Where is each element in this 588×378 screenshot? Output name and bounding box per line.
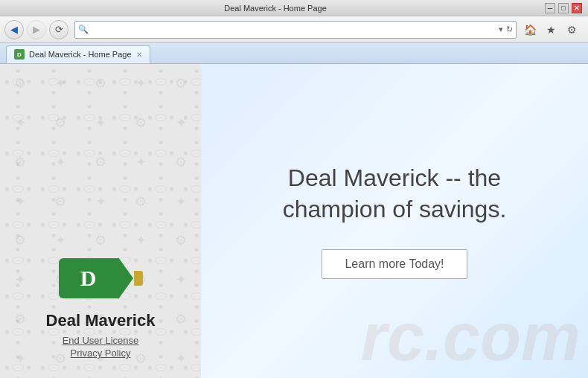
wm-cell: ✦ — [0, 103, 40, 143]
wm-cell: ⚙ — [80, 143, 121, 182]
title-bar-title: Deal Maverick - Home Page — [6, 4, 545, 13]
wm-cell: ⚙ — [80, 221, 121, 260]
wm-cell: ⚙ — [121, 182, 161, 221]
wm-cell: ⚙ — [0, 143, 40, 182]
wm-cell: ⚙ — [161, 221, 201, 260]
nav-right-icons: 🏠 ★ ⚙ — [523, 22, 584, 37]
eula-link[interactable]: End User License — [46, 335, 156, 346]
wm-cell: ⚙ — [121, 103, 161, 143]
main-headline: Deal Maverick -- the champion of savings… — [283, 163, 507, 225]
address-refresh-icon[interactable]: ↻ — [506, 25, 513, 34]
refresh-button[interactable]: ⟳ — [49, 20, 68, 39]
wm-cell: ✦ — [40, 64, 80, 103]
page-content: ⚙ ✦ ⚙ ✦ ⚙ ✦ ⚙ ✦ ⚙ ✦ ⚙ ✦ ⚙ ✦ ⚙ ✦ ⚙ ✦ ⚙ ✦ … — [0, 64, 588, 378]
wm-cell: ✦ — [40, 143, 80, 182]
back-button[interactable]: ◀ — [4, 20, 24, 39]
address-dropdown-icon[interactable]: ▾ — [499, 25, 503, 34]
wm-cell: ⚙ — [40, 103, 80, 143]
close-button[interactable]: ✕ — [572, 3, 582, 13]
wm-cell: ⚙ — [40, 182, 80, 221]
sidebar-bottom: Deal Maverick End User License Privacy P… — [46, 311, 156, 360]
wm-cell: ✦ — [161, 339, 201, 378]
favorites-button[interactable]: ★ — [543, 22, 558, 37]
refresh-icon: ⟳ — [55, 24, 63, 35]
tab-bar: D Deal Maverick - Home Page ✕ — [0, 43, 588, 64]
wm-cell: ✦ — [0, 260, 40, 300]
wm-cell: ⚙ — [161, 300, 201, 339]
wm-cell: ✦ — [80, 103, 121, 143]
wm-cell: ✦ — [121, 221, 161, 260]
headline-line1: Deal Maverick -- the — [283, 163, 507, 194]
wm-cell: ⚙ — [161, 143, 201, 182]
tab-label: Deal Maverick - Home Page — [29, 50, 132, 59]
address-bar[interactable]: 🔍 ▾ ↻ — [74, 21, 517, 39]
tab-close-button[interactable]: ✕ — [136, 51, 142, 59]
minimize-button[interactable]: ─ — [545, 3, 555, 13]
learn-more-button[interactable]: Learn more Today! — [322, 249, 467, 279]
headline-line2: champion of savings. — [283, 194, 507, 225]
wm-cell: ✦ — [161, 182, 201, 221]
wm-cell: ⚙ — [0, 300, 40, 339]
wm-cell: ✦ — [161, 260, 201, 300]
wm-cell: ⚙ — [161, 64, 201, 103]
main-watermark: rc.com — [361, 304, 581, 371]
wm-cell: ⚙ — [0, 64, 40, 103]
wm-cell: ✦ — [0, 182, 40, 221]
wm-cell: ✦ — [121, 64, 161, 103]
settings-button[interactable]: ⚙ — [564, 22, 579, 37]
main-content: rc.com Deal Maverick -- the champion of … — [201, 64, 588, 378]
sidebar: ⚙ ✦ ⚙ ✦ ⚙ ✦ ⚙ ✦ ⚙ ✦ ⚙ ✦ ⚙ ✦ ⚙ ✦ ⚙ ✦ ⚙ ✦ … — [0, 64, 201, 378]
privacy-policy-link[interactable]: Privacy Policy — [46, 347, 156, 359]
wm-cell: ✦ — [80, 182, 121, 221]
logo-tag: D — [59, 258, 118, 298]
wm-cell: ✦ — [121, 143, 161, 182]
nav-bar: ◀ ▶ ⟳ 🔍 ▾ ↻ 🏠 ★ ⚙ — [0, 16, 588, 43]
logo-tag-container: D — [59, 257, 143, 299]
wm-cell: ⚙ — [0, 221, 40, 260]
wm-cell: ✦ — [161, 103, 201, 143]
wm-cell: ✦ — [40, 221, 80, 260]
maximize-button[interactable]: □ — [558, 3, 569, 13]
forward-button[interactable]: ▶ — [27, 20, 46, 39]
logo-letter: D — [80, 266, 97, 291]
title-bar-controls: ─ □ ✕ — [545, 3, 582, 13]
search-icon: 🔍 — [78, 25, 89, 34]
wm-cell: ✦ — [0, 339, 40, 378]
home-button[interactable]: 🏠 — [523, 22, 537, 37]
sidebar-logo: D — [59, 257, 143, 299]
wm-cell: ⚙ — [80, 64, 121, 103]
watermark-text: rc.com — [361, 304, 581, 371]
logo-tag-end — [134, 271, 143, 286]
title-bar: Deal Maverick - Home Page ─ □ ✕ — [0, 0, 588, 16]
sidebar-app-title: Deal Maverick — [46, 311, 156, 330]
browser-tab[interactable]: D Deal Maverick - Home Page ✕ — [6, 45, 150, 63]
tab-favicon: D — [14, 49, 25, 60]
